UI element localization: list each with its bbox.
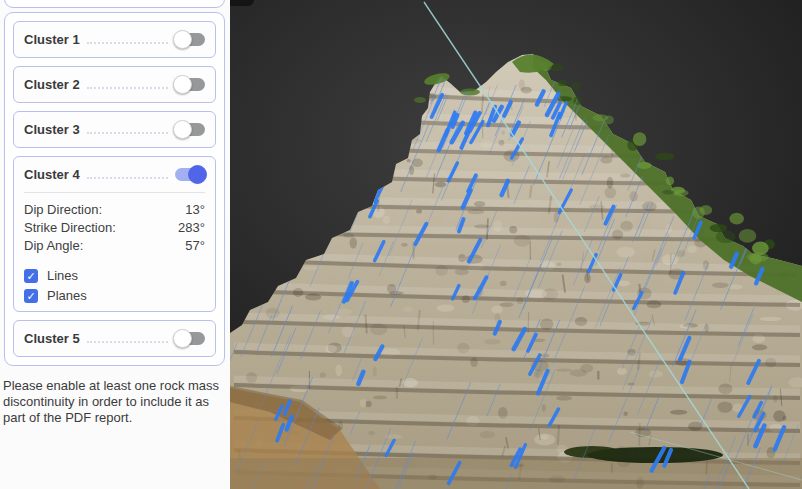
dip-angle-value: 57° bbox=[185, 237, 205, 255]
cluster-1-card: Cluster 1 bbox=[13, 21, 216, 58]
toggle-knob bbox=[173, 30, 192, 49]
viewer-3d[interactable] bbox=[230, 0, 802, 489]
partial-panel-above bbox=[4, 0, 225, 8]
toggle-knob bbox=[173, 329, 192, 348]
dip-angle-row: Dip Angle:57° bbox=[24, 237, 205, 255]
toolbar-corner-chip bbox=[230, 0, 254, 6]
dip-direction-label: Dip Direction: bbox=[24, 201, 102, 219]
pdf-report-note: Please enable at least one rock mass dis… bbox=[3, 378, 225, 426]
strike-direction-label: Strike Direction: bbox=[24, 219, 116, 237]
dotted-leader bbox=[87, 340, 168, 343]
cluster-1-toggle[interactable] bbox=[175, 33, 205, 46]
cluster-3-card: Cluster 3 bbox=[13, 111, 216, 148]
dip-angle-label: Dip Angle: bbox=[24, 237, 83, 255]
rock-model-scene bbox=[230, 0, 802, 489]
cluster-5-label: Cluster 5 bbox=[24, 331, 80, 346]
cluster-4-card: Cluster 4Dip Direction:13°Strike Directi… bbox=[13, 156, 216, 312]
dip-direction-row: Dip Direction:13° bbox=[24, 201, 205, 219]
toggle-knob bbox=[173, 75, 192, 94]
cluster-group: Cluster 1Cluster 2Cluster 3Cluster 4Dip … bbox=[4, 12, 225, 366]
dotted-leader bbox=[87, 131, 168, 134]
cluster-2-label: Cluster 2 bbox=[24, 77, 80, 92]
cluster-1-header: Cluster 1 bbox=[24, 29, 205, 49]
cluster-3-label: Cluster 3 bbox=[24, 122, 80, 137]
dip-direction-value: 13° bbox=[185, 201, 205, 219]
cluster-4-toggle[interactable] bbox=[175, 168, 205, 181]
cluster-sidebar: Cluster 1Cluster 2Cluster 3Cluster 4Dip … bbox=[0, 0, 230, 489]
cluster-4-header: Cluster 4 bbox=[24, 164, 205, 184]
lines-option[interactable]: ✓Lines bbox=[24, 268, 205, 283]
cluster-5-header: Cluster 5 bbox=[24, 328, 205, 348]
cluster-1-label: Cluster 1 bbox=[24, 32, 80, 47]
lines-checkbox[interactable]: ✓ bbox=[24, 269, 38, 283]
planes-option[interactable]: ✓Planes bbox=[24, 288, 205, 303]
cluster-3-toggle[interactable] bbox=[175, 123, 205, 136]
cluster-5-toggle[interactable] bbox=[175, 332, 205, 345]
cluster-2-card: Cluster 2 bbox=[13, 66, 216, 103]
dotted-leader bbox=[87, 86, 168, 89]
cluster-4-label: Cluster 4 bbox=[24, 167, 80, 182]
toggle-knob bbox=[173, 120, 192, 139]
dotted-leader bbox=[87, 41, 168, 44]
strike-direction-row: Strike Direction:283° bbox=[24, 219, 205, 237]
cluster-2-toggle[interactable] bbox=[175, 78, 205, 91]
strike-direction-value: 283° bbox=[178, 219, 205, 237]
header-divider bbox=[24, 192, 205, 193]
lines-option-label: Lines bbox=[47, 268, 78, 283]
dotted-leader bbox=[87, 176, 168, 179]
cluster-3-header: Cluster 3 bbox=[24, 119, 205, 139]
cluster-2-header: Cluster 2 bbox=[24, 74, 205, 94]
cluster-5-card: Cluster 5 bbox=[13, 320, 216, 357]
planes-checkbox[interactable]: ✓ bbox=[24, 289, 38, 303]
toggle-knob bbox=[188, 165, 207, 184]
cluster-4-options: ✓Lines✓Planes bbox=[24, 268, 205, 303]
planes-option-label: Planes bbox=[47, 288, 87, 303]
